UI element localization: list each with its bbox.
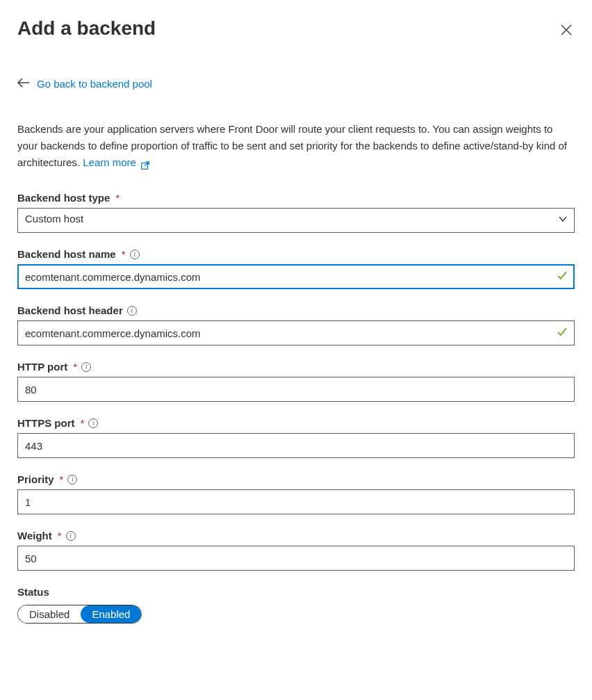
http-port-input[interactable]: [17, 377, 575, 402]
required-marker: *: [60, 473, 64, 485]
close-icon: [561, 24, 572, 38]
required-marker: *: [73, 361, 77, 373]
back-link[interactable]: Go back to backend pool: [37, 78, 152, 90]
status-enabled-button[interactable]: Enabled: [81, 605, 141, 623]
info-icon[interactable]: i: [66, 531, 76, 541]
status-disabled-button[interactable]: Disabled: [18, 605, 81, 623]
host-type-label: Backend host type: [17, 192, 110, 204]
required-marker: *: [58, 530, 62, 542]
info-icon[interactable]: i: [81, 362, 91, 372]
priority-label: Priority: [17, 473, 54, 485]
https-port-label: HTTPS port: [17, 417, 75, 429]
learn-more-text: Learn more: [83, 156, 136, 168]
host-name-input[interactable]: [17, 264, 575, 289]
required-marker: *: [122, 248, 126, 260]
learn-more-link[interactable]: Learn more: [83, 156, 150, 168]
required-marker: *: [115, 192, 120, 204]
host-header-input[interactable]: [17, 320, 575, 345]
weight-label: Weight: [17, 530, 52, 542]
weight-input[interactable]: [17, 546, 575, 571]
svg-line-4: [145, 162, 149, 166]
host-type-select[interactable]: Custom host: [17, 208, 575, 233]
host-header-label: Backend host header: [17, 304, 123, 316]
external-link-icon: [140, 158, 150, 168]
https-port-input[interactable]: [17, 433, 575, 458]
page-title: Add a backend: [17, 17, 156, 40]
status-toggle: Disabled Enabled: [17, 605, 142, 624]
info-icon[interactable]: i: [67, 475, 77, 485]
priority-input[interactable]: [17, 489, 575, 514]
required-marker: *: [81, 417, 85, 429]
close-button[interactable]: [558, 22, 575, 42]
description-text: Backends are your application servers wh…: [17, 121, 575, 171]
info-icon[interactable]: i: [130, 250, 140, 259]
http-port-label: HTTP port: [17, 361, 67, 373]
status-label: Status: [17, 586, 49, 598]
back-link-row: Go back to backend pool: [17, 78, 152, 90]
info-icon[interactable]: i: [88, 418, 98, 428]
arrow-left-icon: [17, 78, 30, 90]
info-icon[interactable]: i: [127, 306, 137, 316]
host-name-label: Backend host name: [17, 248, 116, 260]
